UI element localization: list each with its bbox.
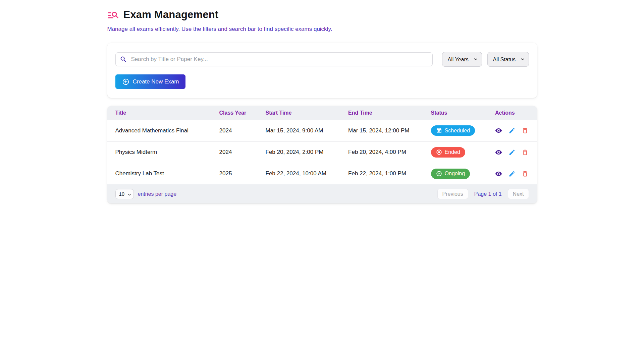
trash-icon	[522, 127, 529, 134]
create-row: Create New Exam	[115, 74, 529, 89]
search-wrap	[115, 52, 433, 66]
filter-card: All Years All Status Create	[107, 43, 537, 98]
page-size-select[interactable]: 10	[115, 189, 134, 199]
exam-table-card: Title Class Year Start Time End Time Sta…	[107, 106, 537, 203]
actions-cell	[487, 120, 537, 141]
previous-page-button[interactable]: Previous	[437, 189, 468, 199]
start-time-cell: Feb 22, 2024, 10:00 AM	[258, 163, 340, 184]
create-new-exam-button[interactable]: Create New Exam	[115, 74, 186, 89]
view-button[interactable]	[495, 149, 502, 156]
status-badge-label: Ended	[445, 149, 460, 155]
delete-button[interactable]	[522, 149, 529, 156]
search-input[interactable]	[115, 52, 433, 66]
trash-icon	[522, 149, 529, 156]
trash-icon	[522, 170, 529, 177]
page-info: Page 1 of 1	[474, 191, 502, 197]
view-button[interactable]	[495, 170, 502, 177]
stop-circle-icon	[436, 149, 442, 155]
eye-icon	[495, 127, 502, 134]
status-filter-wrap: All Status	[487, 52, 529, 67]
end-time-cell: Feb 20, 2024, 4:00 PM	[340, 141, 423, 163]
delete-button[interactable]	[522, 170, 529, 177]
actions-cell	[487, 163, 537, 184]
class-year-cell: 2024	[211, 141, 258, 163]
end-time-cell: Feb 22, 2024, 1:00 PM	[340, 163, 423, 184]
status-badge-label: Ongoing	[445, 171, 465, 177]
start-time-cell: Mar 15, 2024, 9:00 AM	[258, 120, 340, 141]
status-filter-select[interactable]: All Status	[487, 52, 529, 67]
year-filter-wrap: All Years	[442, 52, 482, 67]
table-row: Physics Midterm 2024 Feb 20, 2024, 2:00 …	[107, 141, 537, 163]
status-badge: Scheduled	[431, 125, 475, 136]
view-button[interactable]	[495, 127, 502, 134]
entries-per-page-label: entries per page	[138, 191, 177, 197]
edit-button[interactable]	[508, 170, 516, 177]
edit-button[interactable]	[508, 149, 516, 156]
col-header-status: Status	[423, 106, 487, 120]
col-header-actions: Actions	[487, 106, 537, 120]
main-container: Exam Management Manage all exams efficie…	[107, 0, 537, 203]
pencil-icon	[508, 127, 516, 134]
year-filter-select[interactable]: All Years	[442, 52, 482, 67]
page-title: Exam Management	[123, 9, 219, 21]
table-row: Chemistry Lab Test 2025 Feb 22, 2024, 10…	[107, 163, 537, 184]
create-new-exam-label: Create New Exam	[133, 78, 179, 85]
col-header-class-year: Class Year	[211, 106, 258, 120]
edit-button[interactable]	[508, 127, 516, 134]
col-header-start-time: Start Time	[258, 106, 340, 120]
pager: Previous Page 1 of 1 Next	[437, 189, 529, 199]
calendar-icon	[436, 128, 442, 134]
entries-per-page: 10 entries per page	[115, 189, 177, 199]
table-footer: 10 entries per page Previous Page 1 of 1…	[107, 184, 537, 203]
next-page-button[interactable]: Next	[508, 189, 529, 199]
start-time-cell: Feb 20, 2024, 2:00 PM	[258, 141, 340, 163]
page-size-wrap: 10	[115, 189, 134, 199]
eye-icon	[495, 170, 502, 177]
play-circle-icon	[436, 171, 442, 177]
plus-circle-icon	[122, 78, 129, 85]
exam-table: Title Class Year Start Time End Time Sta…	[107, 106, 537, 184]
delete-button[interactable]	[522, 127, 529, 134]
pencil-icon	[508, 170, 516, 177]
status-cell: Scheduled	[423, 120, 487, 141]
exam-title-cell: Physics Midterm	[107, 141, 211, 163]
filter-row: All Years All Status	[115, 52, 529, 67]
class-year-cell: 2025	[211, 163, 258, 184]
status-badge: Ongoing	[431, 169, 470, 179]
table-header-row: Title Class Year Start Time End Time Sta…	[107, 106, 537, 120]
status-badge-label: Scheduled	[445, 128, 470, 134]
table-row: Advanced Mathematics Final 2024 Mar 15, …	[107, 120, 537, 141]
col-header-title: Title	[107, 106, 211, 120]
pencil-icon	[508, 149, 516, 156]
status-cell: Ended	[423, 141, 487, 163]
status-cell: Ongoing	[423, 163, 487, 184]
end-time-cell: Mar 15, 2024, 12:00 PM	[340, 120, 423, 141]
class-year-cell: 2024	[211, 120, 258, 141]
page-subtitle: Manage all exams efficiently. Use the fi…	[107, 26, 537, 33]
manage-search-icon	[107, 9, 119, 21]
exam-title-cell: Chemistry Lab Test	[107, 163, 211, 184]
actions-cell	[487, 141, 537, 163]
eye-icon	[495, 149, 502, 156]
status-badge: Ended	[431, 147, 465, 158]
exam-title-cell: Advanced Mathematics Final	[107, 120, 211, 141]
page-header: Exam Management	[107, 9, 537, 21]
col-header-end-time: End Time	[340, 106, 423, 120]
